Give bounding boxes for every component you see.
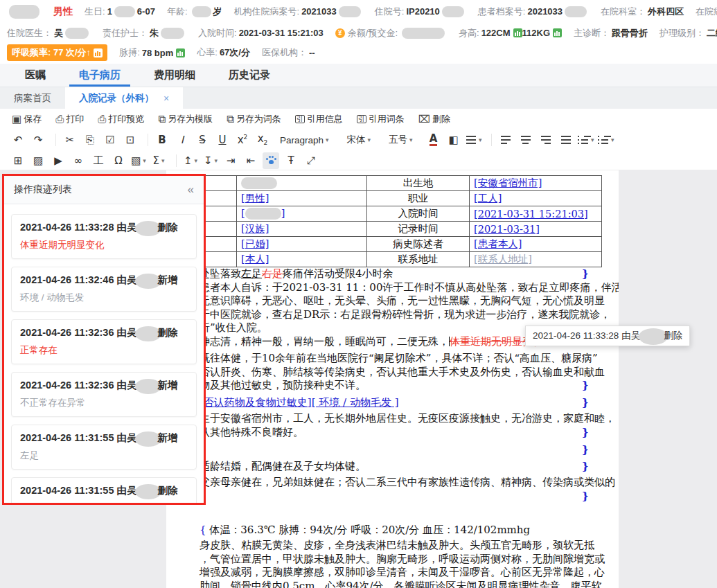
paste-button[interactable]: ⎘	[82, 132, 98, 148]
strikethrough-button[interactable]: S	[194, 132, 211, 148]
trace-card-title: 2021-04-26 11:31:55 由吴新增	[20, 431, 188, 445]
trend-chart-icon[interactable]	[176, 48, 185, 57]
align-left-button[interactable]	[497, 132, 514, 148]
bg-color-button[interactable]: ◧	[445, 132, 462, 148]
document-line: 患者本人自诉：于2021-03-31 11：00许于工作时不慎从高处坠落，致右足…	[166, 281, 619, 295]
trace-card[interactable]: 2021-04-26 11:32:46 由吴新增环境 / 动物毛发	[11, 267, 197, 312]
trace-paw-button[interactable]	[263, 152, 279, 169]
table-cell-value[interactable]: [患者本人]	[470, 237, 602, 252]
table-cell-label: 记录时间	[367, 222, 470, 237]
table-cell-value[interactable]: [已婚]	[237, 237, 367, 252]
tab-费用明细[interactable]: 费用明细	[137, 64, 212, 87]
ordered-list-button[interactable]: ▾	[598, 132, 614, 148]
field-label: 心率:	[197, 46, 218, 59]
insert-video-button[interactable]: ▶	[50, 152, 67, 169]
field-value: [汉族]	[241, 223, 269, 234]
font-size-select[interactable]: 五号▾	[383, 132, 418, 148]
toolbar-separator	[491, 134, 492, 146]
strikethrough-icon: S	[199, 135, 206, 145]
line-spacing-button[interactable]: ▾	[466, 132, 482, 148]
close-tab-icon[interactable]: ×	[163, 93, 169, 104]
redacted-blur	[241, 177, 277, 189]
table-cell-value[interactable]	[237, 176, 367, 191]
field-value: 岁	[213, 6, 222, 18]
align-justify-button[interactable]	[558, 132, 574, 148]
另存为模版-button[interactable]: ⧉另存为模版	[156, 112, 215, 127]
trace-time: 2021-04-26 11:32:36	[20, 327, 116, 338]
fullscreen-icon: ⤢	[307, 156, 315, 166]
underline-button[interactable]: U	[214, 132, 231, 148]
document-page[interactable]: 出生地[安徽省宿州市][男性]职业[工人][]入院时间[2021-03-31 1…	[166, 170, 619, 588]
fullscreen-button[interactable]: ⤢	[303, 152, 319, 169]
page-break-button[interactable]: 工	[90, 152, 107, 169]
paragraph-select[interactable]: Paragraph▾	[274, 133, 335, 148]
patient-info-item: 心率:67次/分	[197, 46, 250, 59]
align-center-button[interactable]	[517, 132, 534, 148]
cut-button[interactable]: ✂	[62, 132, 78, 148]
table-cell-value[interactable]: [本人]	[237, 252, 367, 267]
print-preview-icon: ⎙	[98, 114, 106, 125]
dropdown-value: 五号	[389, 134, 407, 146]
outdent-button[interactable]: ⇤	[242, 152, 259, 169]
checkbox-button[interactable]: ☑	[102, 132, 118, 148]
insert-image-button[interactable]: ▨	[30, 152, 46, 169]
superscript-button[interactable]: x2	[234, 132, 251, 148]
italic-button[interactable]: I	[174, 132, 191, 148]
patient-info-item: 机构住院病案号:2021033	[234, 6, 363, 18]
clear-format-button[interactable]: Ŧ	[283, 152, 299, 169]
trend-chart-icon[interactable]	[513, 28, 522, 37]
align-right-icon	[541, 139, 551, 141]
table-cell-value[interactable]: [联系人地址]	[470, 252, 602, 267]
tab-历史记录[interactable]: 历史记录	[212, 64, 287, 87]
trace-card[interactable]: 2021-04-26 11:32:36 由吴新增不正常存在异常	[11, 372, 197, 417]
table-cell-value[interactable]: [男性]	[237, 191, 367, 206]
trace-action: 删除	[157, 327, 177, 338]
trace-card[interactable]: 2021-04-26 11:32:36 由吴删除正常存在	[11, 319, 197, 364]
operation-trace-panel: 操作痕迹列表 « 2021-04-26 11:33:28 由吴删除体重近期无明显…	[2, 174, 206, 505]
table-cell-value[interactable]: [2021-03-31 15:21:03]	[470, 206, 602, 222]
patient-info-item: 生日:16-07	[85, 6, 155, 18]
redo-button[interactable]: ↷	[30, 132, 46, 148]
table-cell-value[interactable]: [2021-03-31]	[470, 222, 602, 237]
patient-info-item: 脉搏:78 bpm	[119, 46, 185, 59]
insert-table-button[interactable]: ⊞	[10, 152, 26, 169]
font-color-button[interactable]: A	[425, 132, 442, 148]
trend-chart-icon[interactable]	[94, 48, 103, 57]
打印预览-button[interactable]: ⎙打印预览	[96, 112, 146, 127]
subtab-病案首页[interactable]: 病案首页	[0, 87, 65, 109]
special-char-button[interactable]: Ω	[110, 152, 127, 169]
table-row: 出生地[安徽省宿州市]	[200, 176, 602, 191]
align-right-button[interactable]	[538, 132, 554, 148]
引用词条-button[interactable]: 引引用词条	[355, 112, 407, 127]
scan-button[interactable]: ▧▾	[130, 152, 147, 169]
table-cell-value[interactable]: [安徽省宿州市]	[470, 176, 602, 191]
font-family-select[interactable]: 宋体▾	[342, 132, 377, 148]
subtab-入院记录（外科）[interactable]: 入院记录（外科）×	[65, 87, 183, 109]
trend-chart-icon[interactable]	[553, 28, 562, 37]
打印-button[interactable]: ⎙打印	[53, 112, 86, 127]
保存-button[interactable]: ▣保存	[10, 112, 44, 127]
删除-button[interactable]: ⌧删除	[416, 112, 452, 127]
table-cell-value[interactable]: [工人]	[470, 191, 602, 206]
insert-link-button[interactable]: ∞	[70, 152, 87, 169]
另存为词条-button[interactable]: ⧉另存为词条	[224, 112, 283, 127]
引用信息-button[interactable]: 引引用信息	[293, 112, 345, 127]
margin-bottom-button[interactable]: ↧▾	[202, 152, 219, 169]
subscript-button[interactable]: x2	[254, 132, 271, 148]
trace-card[interactable]: 2021-04-26 11:33:28 由吴删除体重近期无明显变化	[11, 214, 197, 259]
table-cell-value[interactable]: [汉族]	[237, 222, 367, 237]
bullet-list-button[interactable]: ▾	[578, 132, 594, 148]
bold-button[interactable]: B	[154, 132, 170, 148]
document-line: 于中医院就诊，查右足DR示：右足跟骨粉碎性骨折，现为求进一步治疗，遂来我院就诊，	[166, 308, 619, 322]
formula-button[interactable]: Σ▾	[150, 152, 167, 169]
tab-医嘱[interactable]: 医嘱	[8, 64, 62, 87]
tab-电子病历[interactable]: 电子病历	[62, 64, 137, 87]
trace-card[interactable]: 2021-04-26 11:31:55 由吴删除右足	[11, 477, 197, 505]
collapse-panel-icon[interactable]: «	[188, 183, 194, 197]
undo-button[interactable]: ↶	[10, 132, 26, 148]
indent-button[interactable]: ⇥	[222, 152, 239, 169]
table-cell-value[interactable]: []	[237, 206, 367, 222]
doc-search-button[interactable]: ⊡	[122, 132, 139, 148]
margin-top-button[interactable]: ↥▾	[182, 152, 199, 169]
trace-card[interactable]: 2021-04-26 11:31:55 由吴新增左足	[11, 425, 197, 470]
